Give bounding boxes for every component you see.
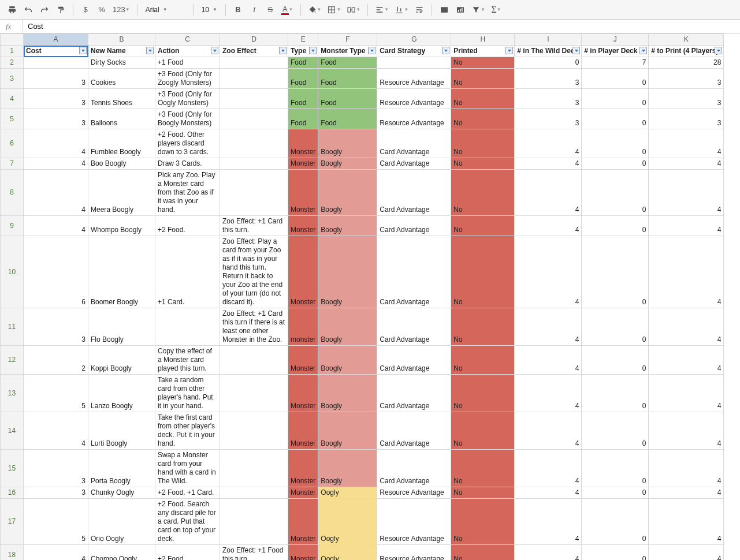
cell-C[interactable]: +1 Food xyxy=(155,57,220,69)
text-wrap-button[interactable] xyxy=(412,2,427,17)
undo-button[interactable] xyxy=(21,2,36,17)
cell-J[interactable]: 0 xyxy=(582,487,649,499)
cell-C[interactable]: Swap a Monster card from your hand with … xyxy=(155,450,220,487)
text-color-button[interactable]: A ▼ xyxy=(279,2,296,17)
cell-I[interactable]: 4 xyxy=(515,346,582,375)
filter-toggle[interactable] xyxy=(309,47,317,54)
cell-I[interactable]: 4 xyxy=(515,236,582,308)
cell-F[interactable]: Boogly xyxy=(318,236,377,308)
cell-H[interactable]: No xyxy=(451,129,515,158)
cell-D[interactable]: Zoo Effect: Play a card from your Zoo as… xyxy=(220,236,288,308)
cell-B[interactable]: Chunky Oogly xyxy=(88,487,155,499)
cell-G[interactable]: Resource Advantage xyxy=(377,69,451,89)
cell-C[interactable] xyxy=(155,308,220,346)
cell-G[interactable]: Resource Advantage xyxy=(377,545,451,561)
cell-G[interactable]: Card Advantage xyxy=(377,129,451,158)
cell-G[interactable]: Card Advantage xyxy=(377,412,451,450)
cell-I[interactable]: 4 xyxy=(515,216,582,236)
cell-D[interactable] xyxy=(220,89,288,109)
cell-C[interactable]: Take a random card from other player's h… xyxy=(155,375,220,412)
cell-K[interactable]: 4 xyxy=(649,158,724,170)
cell-H[interactable]: No xyxy=(451,375,515,412)
row-header[interactable]: 3 xyxy=(1,69,24,89)
column-header-H[interactable]: H xyxy=(451,34,515,46)
percent-button[interactable]: % xyxy=(94,2,109,17)
cell-I[interactable]: 4 xyxy=(515,308,582,346)
cell-E[interactable]: Monster xyxy=(288,236,318,308)
cell-E[interactable]: Monster xyxy=(288,499,318,545)
row-header[interactable]: 1 xyxy=(1,46,24,57)
row-header[interactable]: 4 xyxy=(1,89,24,109)
header-cell-K[interactable]: # to Print (4 Players) xyxy=(649,46,724,57)
cell-C[interactable]: Pick any Zoo. Play a Monster card from t… xyxy=(155,170,220,216)
cell-I[interactable]: 4 xyxy=(515,450,582,487)
cell-H[interactable]: No xyxy=(451,499,515,545)
cell-G[interactable]: Resource Advantage xyxy=(377,499,451,545)
cell-A[interactable]: 4 xyxy=(24,158,88,170)
cell-A[interactable]: 5 xyxy=(24,375,88,412)
cell-G[interactable]: Card Advantage xyxy=(377,375,451,412)
font-family-dropdown[interactable]: Arial ▼ xyxy=(142,6,188,14)
cell-K[interactable]: 4 xyxy=(649,216,724,236)
cell-H[interactable]: No xyxy=(451,308,515,346)
cell-E[interactable]: Monster xyxy=(288,450,318,487)
paint-format-button[interactable] xyxy=(53,2,68,17)
cell-A[interactable]: 3 xyxy=(24,109,88,129)
cell-F[interactable]: Boogly xyxy=(318,129,377,158)
cell-H[interactable]: No xyxy=(451,69,515,89)
cell-C[interactable]: +3 Food (Only for Zoogly Monsters) xyxy=(155,69,220,89)
cell-A[interactable]: 3 xyxy=(24,69,88,89)
row-header[interactable]: 15 xyxy=(1,450,24,487)
cell-F[interactable]: Boogly xyxy=(318,216,377,236)
cell-A[interactable]: 4 xyxy=(24,170,88,216)
cell-K[interactable]: 4 xyxy=(649,170,724,216)
cell-K[interactable]: 4 xyxy=(649,487,724,499)
cell-E[interactable]: Food xyxy=(288,109,318,129)
cell-G[interactable]: Card Advantage xyxy=(377,170,451,216)
cell-J[interactable]: 0 xyxy=(582,129,649,158)
cell-J[interactable]: 0 xyxy=(582,109,649,129)
cell-C[interactable]: Copy the effect of a Monster card played… xyxy=(155,346,220,375)
cell-I[interactable]: 4 xyxy=(515,375,582,412)
cell-B[interactable]: Tennis Shoes xyxy=(88,89,155,109)
cell-D[interactable] xyxy=(220,375,288,412)
cell-J[interactable]: 7 xyxy=(582,57,649,69)
cell-F[interactable]: Boogly xyxy=(318,308,377,346)
cell-K[interactable]: 28 xyxy=(649,57,724,69)
cell-J[interactable]: 0 xyxy=(582,499,649,545)
cell-J[interactable]: 0 xyxy=(582,375,649,412)
column-header-J[interactable]: J xyxy=(582,34,649,46)
cell-B[interactable]: Meera Boogly xyxy=(88,170,155,216)
cell-H[interactable]: No xyxy=(451,236,515,308)
cell-I[interactable]: 3 xyxy=(515,109,582,129)
cell-K[interactable]: 4 xyxy=(649,346,724,375)
cell-D[interactable]: Zoo Effect: +1 Card this turn. xyxy=(220,216,288,236)
filter-toggle[interactable] xyxy=(572,47,580,54)
row-header[interactable]: 16 xyxy=(1,487,24,499)
cell-I[interactable]: 3 xyxy=(515,89,582,109)
borders-button[interactable]: ▼ xyxy=(325,2,343,17)
cell-B[interactable]: Balloons xyxy=(88,109,155,129)
cell-A[interactable]: 2 xyxy=(24,346,88,375)
cell-G[interactable]: Resource Advantage xyxy=(377,487,451,499)
row-header[interactable]: 8 xyxy=(1,170,24,216)
filter-toggle[interactable] xyxy=(442,47,449,54)
cell-F[interactable]: Oogly xyxy=(318,487,377,499)
cell-D[interactable]: Zoo Effect: +1 Food this turn. xyxy=(220,545,288,561)
cell-C[interactable]: +1 Card. xyxy=(155,236,220,308)
insert-chart-button[interactable] xyxy=(453,2,468,17)
cell-F[interactable]: Boogly xyxy=(318,158,377,170)
cell-F[interactable]: Oogly xyxy=(318,499,377,545)
cell-B[interactable]: Boo Boogly xyxy=(88,158,155,170)
cell-C[interactable]: Draw 3 Cards. xyxy=(155,158,220,170)
cell-A[interactable]: 3 xyxy=(24,308,88,346)
cell-E[interactable]: Monster xyxy=(288,412,318,450)
cell-J[interactable]: 0 xyxy=(582,346,649,375)
filter-toggle[interactable] xyxy=(505,47,513,54)
cell-H[interactable]: No xyxy=(451,487,515,499)
cell-C[interactable]: +3 Food (Only for Boogly Monsters) xyxy=(155,109,220,129)
cell-K[interactable]: 4 xyxy=(649,236,724,308)
cell-K[interactable]: 4 xyxy=(649,129,724,158)
filter-toggle[interactable] xyxy=(639,47,647,54)
filter-toggle[interactable] xyxy=(715,47,722,54)
